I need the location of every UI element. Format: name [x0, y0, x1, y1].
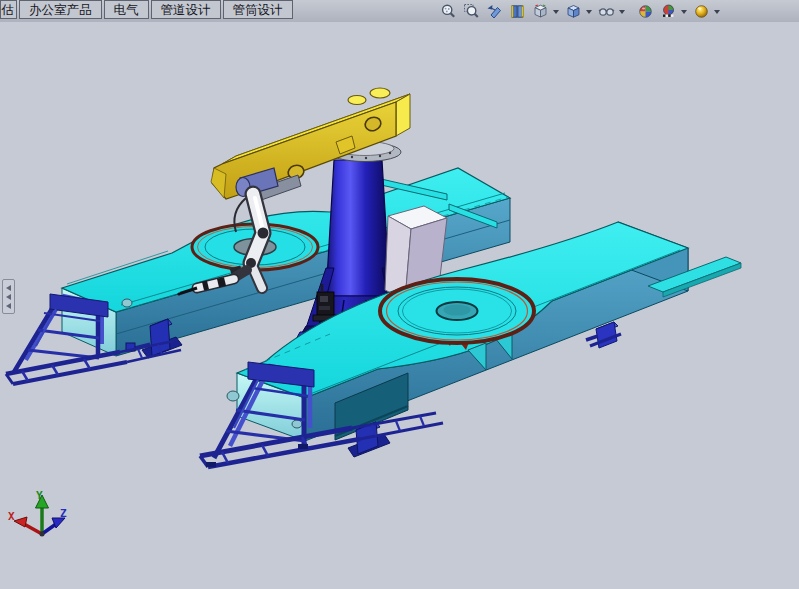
tab-tubing-design[interactable]: 管筒设计	[223, 0, 293, 19]
section-view-icon[interactable]	[508, 2, 527, 21]
view-settings-icon[interactable]	[692, 2, 711, 21]
apply-scene-dropdown-icon[interactable]	[681, 10, 687, 14]
collapse-arrow-icon	[6, 285, 11, 291]
feature-panel-expand-button[interactable]	[2, 279, 15, 314]
front-beam-pin[interactable]	[227, 391, 239, 401]
tab-electrical[interactable]: 电气	[104, 0, 149, 19]
apply-scene-icon[interactable]	[659, 2, 678, 21]
solidworks-window: 估 办公室产品 电气 管道设计 管筒设计	[0, 0, 799, 589]
display-style-icon[interactable]	[564, 2, 583, 21]
triad-z-label: Z	[60, 507, 67, 520]
rear-beam-pin[interactable]	[122, 299, 132, 307]
hide-show-items-icon[interactable]	[597, 2, 616, 21]
graphics-viewport[interactable]: Y X Z	[0, 22, 799, 589]
command-toolbar: 估 办公室产品 电气 管道设计 管筒设计	[0, 0, 799, 23]
view-orientation-icon[interactable]	[531, 2, 550, 21]
zoom-to-area-icon[interactable]	[462, 2, 481, 21]
collapse-arrow-icon	[6, 303, 11, 309]
previous-view-icon[interactable]	[485, 2, 504, 21]
tab-piping-design[interactable]: 管道设计	[151, 0, 221, 19]
tab-office-products[interactable]: 办公室产品	[19, 0, 102, 19]
view-orientation-dropdown-icon[interactable]	[553, 10, 559, 14]
front-ring[interactable]	[380, 279, 534, 343]
triad-x-label: X	[8, 510, 15, 523]
commandmanager-tabs: 估 办公室产品 电气 管道设计 管筒设计	[0, 0, 295, 19]
display-style-dropdown-icon[interactable]	[586, 10, 592, 14]
collapse-arrow-icon	[6, 294, 11, 300]
zoom-to-fit-icon[interactable]	[439, 2, 458, 21]
triad-y-label: Y	[36, 489, 43, 502]
tab-evaluate-partial[interactable]: 估	[0, 0, 17, 19]
edit-appearance-icon[interactable]	[636, 2, 655, 21]
model-scene[interactable]: Y X Z	[0, 22, 799, 589]
hide-show-items-dropdown-icon[interactable]	[619, 10, 625, 14]
heads-up-view-toolbar	[437, 1, 723, 21]
view-settings-dropdown-icon[interactable]	[714, 10, 720, 14]
